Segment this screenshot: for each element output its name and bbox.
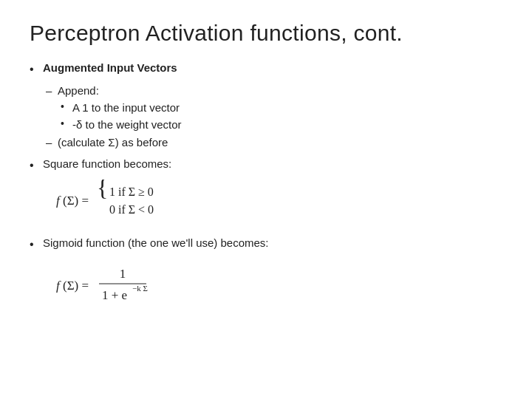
bullet-square-text: Square function becomes: (43, 155, 171, 172)
bullet-dot-2: • (30, 157, 43, 175)
bullet-a1: • A 1 to the input vector (61, 99, 502, 116)
svg-text:1  if  Σ ≥ 0: 1 if Σ ≥ 0 (109, 185, 154, 198)
bullet-calculate: – (calculate Σ) as before (46, 134, 502, 151)
bullet-dot-3: • (30, 236, 43, 254)
bullet-delta: • -δ to the weight vector (61, 116, 502, 133)
slide-title: Perceptron Activation functions, cont. (30, 21, 502, 46)
svg-text:f: f (56, 279, 61, 293)
bullet-dash-2: – (46, 134, 58, 151)
bullet-delta-text: -δ to the weight vector (72, 116, 182, 133)
bullet-calculate-text: (calculate Σ) as before (58, 134, 168, 151)
square-function-math: f (Σ) = { 1 if Σ ≥ 0 0 if Σ < 0 (56, 180, 502, 230)
svg-text:{: { (97, 180, 108, 201)
bullet-dash-1: – (46, 82, 58, 99)
bullet-square: • Square function becomes: (30, 155, 502, 175)
bullet-augmented-text: Augmented Input Vectors (43, 59, 177, 76)
sigmoid-function-math: f (Σ) = 1 1 + e −k Σ (56, 259, 502, 316)
bullet-sigmoid: • Sigmoid function (the one we'll use) b… (30, 234, 502, 254)
svg-text:−k Σ: −k Σ (132, 284, 148, 293)
slide-content: • Augmented Input Vectors – Append: • A … (30, 59, 502, 321)
bullet-dot3-2: • (61, 116, 72, 132)
bullet-sigmoid-text: Sigmoid function (the one we'll use) bec… (43, 234, 269, 251)
square-function-svg: f (Σ) = { 1 if Σ ≥ 0 0 if Σ < 0 (56, 180, 211, 225)
svg-text:0  if  Σ < 0: 0 if Σ < 0 (109, 203, 154, 216)
slide: Perceptron Activation functions, cont. •… (0, 0, 532, 399)
svg-text:1: 1 (120, 267, 126, 281)
bullet-a1-text: A 1 to the input vector (72, 99, 180, 116)
svg-text:1 + e: 1 + e (102, 288, 127, 302)
bullet-dot3-1: • (61, 99, 72, 115)
bullet-append: – Append: (46, 82, 502, 99)
bullet-append-text: Append: (58, 82, 99, 99)
sigmoid-function-svg: f (Σ) = 1 1 + e −k Σ (56, 259, 226, 312)
bullet-dot-1: • (30, 61, 43, 79)
svg-text:(Σ) =: (Σ) = (63, 194, 89, 208)
svg-text:f: f (56, 194, 61, 208)
bullet-augmented: • Augmented Input Vectors (30, 59, 502, 79)
svg-text:(Σ) =: (Σ) = (63, 279, 89, 293)
